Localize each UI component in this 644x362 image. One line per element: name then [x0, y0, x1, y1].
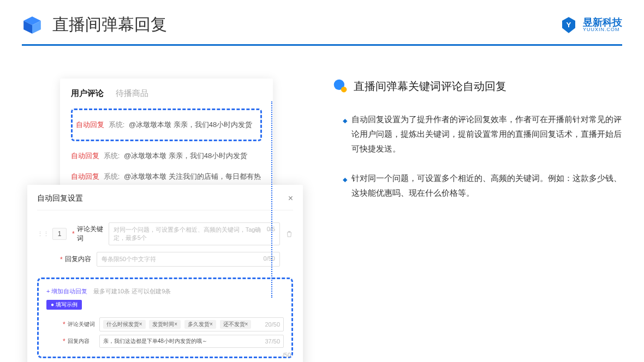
- example-keyword-input[interactable]: 什么时候发货× 发货时间× 多久发货× 还不发货× 20/50: [99, 317, 284, 331]
- bullet-list: 自动回复设置为了提升作者的评论回复效率，作者可在开播前针对常见的评论用户问题，提…: [333, 112, 622, 201]
- content-label: 回复内容: [65, 255, 97, 264]
- example-badge: ● 填写示例: [46, 300, 82, 310]
- content-input[interactable]: 每条限50个中文字符 0/50: [97, 252, 280, 267]
- content-row: * 回复内容 每条限50个中文字符 0/50: [37, 252, 293, 267]
- example-keyword-counter: 20/50: [265, 321, 280, 328]
- system-tag: 系统:: [104, 152, 120, 160]
- comment-tabs: 用户评论 待播商品: [71, 88, 262, 99]
- chat-bubble-icon: [333, 79, 348, 94]
- comment-row: 自动回复 系统: @冰墩墩本墩 亲亲，我们48小时内发货: [71, 146, 262, 166]
- section-title: 直播间弹幕关键词评论自动回复: [354, 79, 506, 94]
- example-content-row: * 回复内容 亲，我们这边都是下单48小时内发货的哦～ 37/50: [46, 335, 284, 348]
- brand-logo-icon: Y: [560, 16, 577, 34]
- keyword-tag[interactable]: 什么时候发货×: [103, 320, 146, 329]
- add-row: + 增加自动回复 最多可建10条 还可以创建9条: [46, 286, 284, 295]
- auto-reply-settings-modal: 自动回复设置 × ⋮⋮ 1 * 评论关键词 对同一个问题，可设置多个相近、高频的…: [27, 185, 303, 362]
- example-content-input[interactable]: 亲，我们这边都是下单48小时内发货的哦～ 37/50: [99, 335, 284, 348]
- add-hint: 最多可建10条 还可以创建9条: [93, 288, 171, 294]
- auto-reply-tag: 自动回复: [76, 120, 104, 129]
- overflow-counter: /50: [283, 352, 291, 358]
- modal-title: 自动回复设置: [37, 194, 83, 203]
- close-icon[interactable]: ×: [288, 194, 293, 203]
- modal-header: 自动回复设置 ×: [37, 194, 293, 210]
- required-marker: *: [63, 337, 65, 345]
- form-block: ⋮⋮ 1 * 评论关键词 对同一个问题，可设置多个相近、高频的关键词，Tag确定…: [37, 222, 293, 267]
- comment-text: @冰墩墩本墩 亲亲，我们48小时内发货: [124, 152, 247, 160]
- required-marker: *: [63, 321, 65, 328]
- keyword-tag[interactable]: 还不发货×: [220, 320, 252, 329]
- example-content-value: 亲，我们这边都是下单48小时内发货的哦～: [103, 337, 207, 345]
- right-column: 直播间弹幕关键词评论自动回复 自动回复设置为了提升作者的评论回复效率，作者可在开…: [333, 79, 622, 216]
- required-marker: *: [72, 230, 75, 238]
- keyword-row: ⋮⋮ 1 * 评论关键词 对同一个问题，可设置多个相近、高频的关键词，Tag确定…: [37, 222, 293, 245]
- trash-icon[interactable]: [285, 230, 293, 238]
- content-placeholder: 每条限50个中文字符: [102, 255, 156, 263]
- system-tag: 系统:: [104, 172, 120, 180]
- auto-reply-tag: 自动回复: [71, 172, 99, 180]
- page-title: 直播间弹幕回复: [52, 14, 167, 36]
- left-column: 用户评论 待播商品 自动回复 系统: @冰墩墩本墩 亲亲，我们48小时内发货 自…: [27, 79, 295, 216]
- bullet-item: 针对同一个问题，可设置多个相近的、高频的关键词。例如：这款多少钱、这块能优惠吗、…: [343, 171, 622, 201]
- brand-name-en: YUUXIN.COM: [583, 27, 622, 32]
- example-keyword-label: 评论关键词: [68, 321, 99, 328]
- bullet-item: 自动回复设置为了提升作者的评论回复效率，作者可在开播前针对常见的评论用户问题，提…: [343, 112, 622, 156]
- tab-user-comments[interactable]: 用户评论: [71, 88, 104, 99]
- bullet-text: 自动回复设置为了提升作者的评论回复效率，作者可在开播前针对常见的评论用户问题，提…: [351, 112, 622, 156]
- content-counter: 0/50: [264, 255, 275, 263]
- drag-handle-icon[interactable]: ⋮⋮: [37, 231, 49, 238]
- row-number: 1: [52, 228, 67, 240]
- keyword-tag[interactable]: 多久发货×: [184, 320, 216, 329]
- section-heading: 直播间弹幕关键词评论自动回复: [333, 79, 622, 94]
- required-marker: *: [60, 256, 63, 263]
- example-content-counter: 37/50: [265, 338, 280, 345]
- keyword-tag[interactable]: 发货时间×: [149, 320, 181, 329]
- keyword-placeholder: 对同一个问题，可设置多个相近、高频的关键词，Tag确定，最多5个: [114, 226, 267, 242]
- tab-pending-products[interactable]: 待播商品: [116, 88, 148, 99]
- add-auto-reply-link[interactable]: + 增加自动回复: [46, 288, 87, 294]
- example-keyword-row: * 评论关键词 什么时候发货× 发货时间× 多久发货× 还不发货× 20/50: [46, 317, 284, 331]
- keyword-input[interactable]: 对同一个问题，可设置多个相近、高频的关键词，Tag确定，最多5个 0/5: [109, 222, 280, 245]
- example-section: + 增加自动回复 最多可建10条 还可以创建9条 ● 填写示例 * 评论关键词 …: [37, 277, 293, 358]
- highlighted-comment: 自动回复 系统: @冰墩墩本墩 亲亲，我们48小时内发货: [71, 108, 262, 141]
- svg-point-5: [341, 87, 347, 93]
- page-header: 直播间弹幕回复 Y 昱新科技 YUUXIN.COM: [0, 0, 644, 44]
- brand-text: 昱新科技 YUUXIN.COM: [583, 17, 622, 32]
- system-tag: 系统:: [109, 120, 125, 129]
- auto-reply-tag: 自动回复: [71, 152, 99, 160]
- keyword-counter: 0/5: [267, 226, 275, 242]
- header-left: 直播间弹幕回复: [22, 14, 167, 36]
- keyword-label: 评论关键词: [77, 225, 109, 243]
- brand-name-cn: 昱新科技: [583, 17, 622, 27]
- example-content-label: 回复内容: [68, 337, 99, 345]
- brand-block: Y 昱新科技 YUUXIN.COM: [560, 16, 622, 34]
- cube-icon: [22, 15, 43, 35]
- comment-row: 自动回复 系统: @冰墩墩本墩 亲亲，我们48小时内发货: [76, 114, 257, 135]
- bullet-text: 针对同一个问题，可设置多个相近的、高频的关键词。例如：这款多少钱、这块能优惠吗、…: [351, 171, 622, 201]
- svg-text:Y: Y: [567, 21, 571, 29]
- main-content: 用户评论 待播商品 自动回复 系统: @冰墩墩本墩 亲亲，我们48小时内发货 自…: [0, 46, 644, 216]
- comment-text: @冰墩墩本墩 亲亲，我们48小时内发货: [129, 120, 252, 129]
- example-tags: 什么时候发货× 发货时间× 多久发货× 还不发货×: [103, 320, 254, 329]
